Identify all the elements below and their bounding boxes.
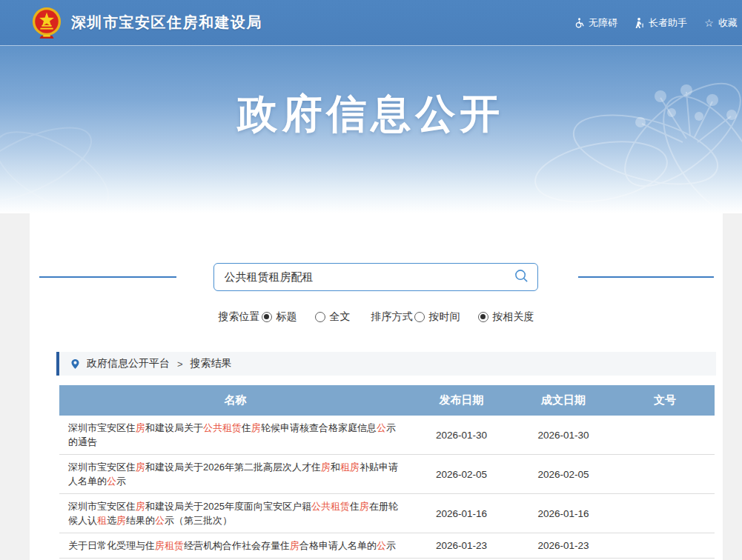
publish-date: 2026-01-16 [411, 494, 511, 533]
title-text: 和 [331, 461, 340, 473]
title-text: 住 [242, 422, 251, 433]
header-doc-number: 文号 [615, 385, 715, 416]
title-text: 深圳市宝安区住 [68, 461, 136, 473]
header-doc-date: 成文日期 [511, 385, 615, 416]
national-emblem-logo[interactable] [31, 7, 62, 39]
title-text: 和建设局关于 [145, 422, 203, 433]
radio-option-1-0[interactable]: 按时间 [414, 310, 460, 324]
doc-title-link[interactable]: 关于日常化受理与住房租赁经营机构合作社会存量住房合格申请人名单的公示 [59, 533, 411, 559]
radio-selected-icon[interactable] [478, 312, 488, 322]
breadcrumb-current: 搜索结果 [191, 357, 232, 370]
elder-assistant-icon [634, 17, 645, 28]
search-options: 搜索位置标题全文排序方式按时间按相关度 [30, 307, 723, 326]
elder-assistant-label: 长者助手 [649, 16, 687, 30]
title-text: 合格申请人名单的 [299, 540, 377, 551]
doc-number [615, 494, 715, 533]
radio-label: 按相关度 [493, 310, 534, 324]
title-text: 示 [386, 540, 396, 551]
radio-option-0-0[interactable]: 标题 [262, 310, 297, 324]
breadcrumb: 政府信息公开平台 > 搜索结果 [56, 352, 716, 376]
doc-title-link[interactable]: 深圳市宝安区住房和建设局关于2025年度面向宝安区户籍公共租赁住房在册轮候人认租… [59, 494, 411, 533]
keyword-highlight: 房 [116, 515, 126, 526]
table-header-row: 名称 发布日期 成文日期 文号 [59, 385, 715, 416]
doc-number [615, 416, 715, 455]
radio-label: 按时间 [429, 310, 460, 324]
results-table: 名称 发布日期 成文日期 文号 深圳市宝安区住房和建设局关于公共租赁住房轮候申请… [59, 385, 715, 560]
search-button[interactable] [513, 268, 531, 286]
header-publish-date: 发布日期 [411, 385, 511, 416]
search-input[interactable] [213, 263, 538, 291]
doc-date: 2026-01-23 [511, 533, 615, 559]
doc-date: 2026-01-30 [511, 416, 615, 455]
header-name: 名称 [59, 385, 411, 416]
decorative-line-left [39, 276, 176, 278]
keyword-highlight: 房 [321, 461, 331, 473]
banner: 政府信息公开 [0, 46, 742, 213]
elder-assistant-link[interactable]: 长者助手 [634, 16, 687, 30]
title-text: 轮候申请核查合格家庭信息 [261, 422, 377, 433]
keyword-highlight: 房 [136, 461, 145, 473]
star-icon: ☆ [703, 17, 715, 28]
table-row: 深圳市宝安区住房和建设局关于公共租赁住房轮候申请核查合格家庭信息公示的通告202… [59, 416, 715, 455]
favorite-link[interactable]: ☆ 收藏 [703, 16, 738, 30]
keyword-highlight: 公 [377, 540, 386, 551]
title-text: 示（第三批次） [165, 515, 232, 526]
breadcrumb-root[interactable]: 政府信息公开平台 [87, 357, 170, 370]
option-group-label: 排序方式 [371, 310, 413, 324]
search-icon [514, 268, 529, 286]
title-text: 住 [350, 501, 360, 512]
keyword-highlight: 房 [290, 540, 299, 551]
title-text: 和建设局关于2025年度面向宝安区户籍 [145, 501, 311, 512]
site-title[interactable]: 深圳市宝安区住房和建设局 [71, 13, 262, 33]
page-title: 政府信息公开 [0, 87, 742, 141]
accessibility-icon [574, 17, 585, 28]
keyword-highlight: 房 [136, 501, 145, 512]
radio-selected-icon[interactable] [262, 312, 272, 322]
results-table-body: 深圳市宝安区住房和建设局关于公共租赁住房轮候申请核查合格家庭信息公示的通告202… [59, 416, 715, 560]
topbar-links: 无障碍 长者助手 ☆ 收藏 [574, 16, 738, 30]
title-text: 结果的 [126, 515, 155, 526]
doc-number [615, 533, 715, 559]
search-section [30, 213, 723, 291]
keyword-highlight: 房 [251, 422, 261, 433]
keyword-highlight: 公共租赁 [311, 501, 350, 512]
keyword-highlight: 房 [360, 501, 369, 512]
title-text: 经营机构合作社会存量住 [184, 540, 290, 551]
publish-date: 2026-02-05 [411, 455, 511, 494]
title-text: 选 [107, 515, 116, 526]
accessibility-label: 无障碍 [589, 16, 617, 30]
topbar: 深圳市宝安区住房和建设局 无障碍 长者助手 ☆ [0, 0, 742, 46]
radio-unselected-icon[interactable] [315, 312, 325, 322]
radio-label: 全文 [330, 310, 351, 324]
keyword-highlight: 公 [377, 422, 386, 433]
content-card: 搜索位置标题全文排序方式按时间按相关度 政府信息公开平台 > 搜索结果 名称 发… [30, 213, 723, 560]
radio-label: 标题 [276, 310, 297, 324]
keyword-highlight: 公 [107, 476, 116, 487]
favorite-label: 收藏 [718, 16, 738, 30]
doc-date: 2026-02-05 [511, 455, 615, 494]
table-row: 深圳市宝安区住房和建设局关于2025年度面向宝安区户籍公共租赁住房在册轮候人认租… [59, 494, 715, 533]
keyword-highlight: 房 [136, 422, 145, 433]
radio-option-0-1[interactable]: 全文 [315, 310, 351, 324]
doc-title-link[interactable]: 深圳市宝安区住房和建设局关于公共租赁住房轮候申请核查合格家庭信息公示的通告 [59, 416, 411, 455]
title-text: 深圳市宝安区住 [68, 422, 136, 433]
keyword-highlight: 租房 [340, 461, 360, 473]
keyword-highlight: 房租赁 [155, 540, 184, 551]
accessibility-link[interactable]: 无障碍 [574, 16, 617, 30]
publish-date: 2026-01-30 [411, 416, 511, 455]
radio-option-1-1[interactable]: 按相关度 [478, 310, 534, 324]
decorative-line-right [578, 276, 714, 278]
location-pin-icon [70, 359, 81, 370]
doc-number [615, 455, 715, 494]
doc-title-link[interactable]: 深圳市宝安区住房和建设局关于2026年第二批高层次人才住房和租房补贴申请人名单的… [59, 455, 411, 494]
breadcrumb-separator: > [177, 359, 183, 370]
search-box [213, 263, 538, 291]
keyword-highlight: 公共租赁 [203, 422, 242, 433]
title-text: 和建设局关于2026年第二批高层次人才住 [145, 461, 321, 473]
publish-date: 2026-01-23 [411, 533, 511, 559]
option-group: 排序方式按时间按相关度 [371, 310, 534, 324]
main-area: 搜索位置标题全文排序方式按时间按相关度 政府信息公开平台 > 搜索结果 名称 发… [0, 213, 742, 560]
table-row: 关于日常化受理与住房租赁经营机构合作社会存量住房合格申请人名单的公示2026-0… [59, 533, 715, 559]
title-text: 深圳市宝安区住 [68, 501, 136, 512]
radio-unselected-icon[interactable] [414, 312, 425, 322]
